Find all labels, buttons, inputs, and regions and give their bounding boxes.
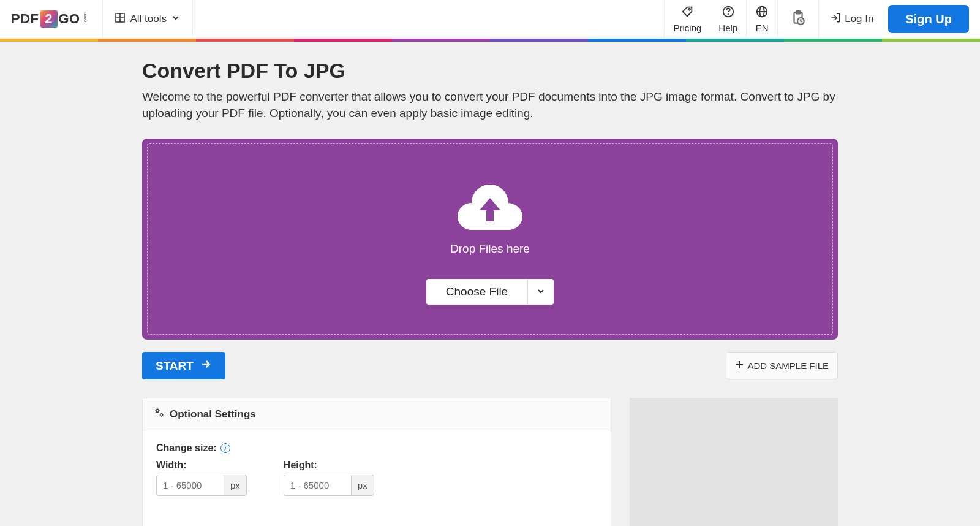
choose-file-group: Choose File [426,279,554,305]
cloud-upload-icon [456,181,524,237]
choose-file-button[interactable]: Choose File [426,279,527,305]
action-row: START ADD SAMPLE FILE [142,352,838,379]
logo-com: .com [82,12,88,24]
settings-header: Optional Settings [143,398,611,430]
logo-text-left: PDF [11,11,39,27]
signup-button[interactable]: Sign Up [888,5,969,33]
size-fields: Width: px Height: px [156,460,597,496]
all-tools-menu[interactable]: All tools [103,0,193,38]
clipboard-clock-icon [790,10,806,29]
add-sample-file-button[interactable]: ADD SAMPLE FILE [726,352,838,379]
settings-body: Change size: i Width: px Height: [143,430,611,508]
height-input[interactable] [284,475,351,496]
header-spacer [193,0,665,38]
chevron-down-icon [537,287,545,297]
all-tools-label: All tools [130,13,167,25]
dropzone-inner: Drop Files here Choose File [147,143,833,335]
tag-icon [680,5,694,21]
page-description: Welcome to the powerful PDF converter th… [142,89,838,121]
plus-icon [735,360,744,371]
logo-badge: 2 [40,10,58,28]
choose-file-dropdown[interactable] [527,279,554,305]
add-sample-label: ADD SAMPLE FILE [747,360,829,371]
start-label: START [156,359,194,373]
help-icon [722,5,735,21]
globe-icon [755,5,769,21]
info-icon[interactable]: i [221,443,230,453]
help-link[interactable]: Help [710,0,747,38]
logo[interactable]: PDF 2 GO .com [0,0,103,38]
change-size-label: Change size: [156,443,217,454]
login-button[interactable]: Log In [819,0,884,38]
width-input[interactable] [156,475,224,496]
page-title: Convert PDF To JPG [142,59,838,83]
change-size-label-row: Change size: i [156,443,597,454]
logo-text-right: GO [59,11,80,27]
height-unit: px [351,475,374,496]
svg-point-13 [160,414,163,416]
width-input-group: px [156,475,247,496]
clipboard-history[interactable] [778,0,819,38]
grid-icon [115,13,125,26]
arrow-right-icon [200,358,212,373]
help-label: Help [718,23,737,33]
width-label: Width: [156,460,247,471]
height-label: Height: [284,460,374,471]
login-icon [830,12,841,26]
optional-settings-panel: Optional Settings Change size: i Width: … [142,398,611,526]
start-button[interactable]: START [142,352,225,379]
sidebar-ad-placeholder [630,398,838,526]
width-unit: px [224,475,247,496]
header: PDF 2 GO .com All tools Pricing Help [0,0,980,39]
dropzone[interactable]: Drop Files here Choose File [142,139,838,340]
svg-point-3 [689,9,691,10]
pricing-link[interactable]: Pricing [664,0,710,38]
svg-point-5 [728,14,728,15]
nav-right: Pricing Help EN Log In Sign Up [664,0,980,38]
height-input-group: px [284,475,374,496]
settings-header-label: Optional Settings [170,408,256,421]
language-selector[interactable]: EN [747,0,778,38]
chevron-down-icon [172,13,180,25]
gears-icon [154,407,165,421]
login-label: Log In [845,13,873,25]
width-field: Width: px [156,460,247,496]
drop-text: Drop Files here [450,242,530,256]
rainbow-bar [0,39,980,42]
pricing-label: Pricing [673,23,701,33]
content-row: Optional Settings Change size: i Width: … [142,398,838,526]
height-field: Height: px [284,460,374,496]
language-label: EN [756,23,769,33]
main-container: Convert PDF To JPG Welcome to the powerf… [135,59,845,526]
